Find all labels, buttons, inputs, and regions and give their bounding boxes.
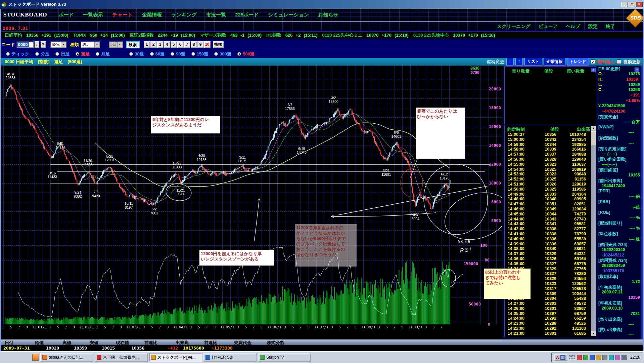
menu-item-1[interactable]: 一覧表示 — [83, 12, 103, 18]
close-button[interactable]: × — [636, 2, 643, 7]
taskbar-button-3[interactable]: HYPER SBI — [203, 353, 257, 362]
scrollbar-thumb[interactable] — [591, 131, 596, 146]
page-button-3[interactable]: 3 — [157, 41, 164, 48]
sub-menu-item-3[interactable]: 設定 — [588, 24, 598, 30]
trade-row[interactable]: 14:51:0010326128619 — [505, 182, 589, 187]
menu-item-5[interactable]: 市況一覧 — [206, 12, 226, 18]
trade-row[interactable]: 14:55:0010323110637 — [505, 162, 589, 167]
trade-row[interactable]: 14:47:001035182851 — [505, 202, 589, 207]
period-日足[interactable]: 日足 — [55, 51, 70, 57]
trade-row[interactable]: 14:42:001033882777 — [505, 227, 589, 232]
trade-row[interactable]: 14:41:001033878790 — [505, 232, 589, 237]
trade-row[interactable]: 14:35:001032768775 — [505, 261, 589, 267]
period-500週[interactable]: 500週 — [237, 51, 255, 57]
scroll-down-icon[interactable]: ▼ — [591, 331, 596, 336]
page-button-5[interactable]: 5 — [171, 41, 177, 48]
taskbar-button-2[interactable]: ストックボード[Ve... — [149, 353, 202, 362]
tray-icon-4[interactable] — [602, 355, 607, 360]
page-button-6[interactable]: 6 — [177, 41, 184, 48]
tray-icon-3[interactable] — [596, 355, 601, 360]
maximize-button[interactable]: □ — [629, 2, 635, 7]
type-select[interactable]: 週足▼ — [81, 41, 100, 48]
page-button-8[interactable]: 8 — [191, 41, 197, 48]
minimize-button[interactable]: _ — [621, 2, 628, 7]
taskbar-button-0[interactable]: blibaaさんの日記... — [40, 353, 93, 362]
status-button-2[interactable]: リスト — [524, 58, 542, 66]
trade-row[interactable]: 14:52:001032581156 — [505, 177, 589, 182]
trade-row[interactable]: 14:36:001032669164 — [505, 256, 589, 261]
sub-menu-item-0[interactable]: スクリーニング — [497, 24, 531, 30]
trade-row[interactable]: 14:40:001033655538 — [505, 237, 589, 242]
trade-row[interactable]: 14:45:001034474279 — [505, 212, 589, 217]
scroll-up-icon[interactable]: ▲ — [591, 126, 596, 131]
trade-row[interactable]: 14:54:0010325108919 — [505, 167, 589, 172]
ime-language-bar[interactable]: A 般 — [554, 354, 567, 361]
trades-scrollbar[interactable]: ▲ ▼ — [591, 126, 596, 336]
tray-icon-5[interactable] — [609, 355, 614, 360]
tray-icon-1[interactable] — [583, 355, 588, 360]
period-分足[interactable]: 分足 — [35, 51, 49, 57]
sub-menu-item-1[interactable]: ビューア — [539, 24, 558, 30]
trade-row[interactable]: 14:25:001029768759 — [505, 311, 589, 316]
trade-row[interactable]: 14:48:001034889905 — [505, 197, 589, 202]
trade-row[interactable]: 14:39:001033669857 — [505, 242, 589, 247]
ex-rights-checkbox[interactable]: ✓ — [591, 59, 595, 64]
trade-row[interactable]: 14:46:0010349120034 — [505, 207, 589, 212]
status-button-3[interactable]: 企業情報 — [544, 58, 565, 66]
menu-item-0[interactable]: ボード — [59, 12, 74, 18]
trade-row[interactable]: 15:00:37103561010748 — [505, 132, 589, 137]
priority-select[interactable]: 優先▼ — [50, 41, 66, 48]
code-input[interactable]: 0000 — [16, 41, 34, 48]
trade-row[interactable]: 14:27:001030349572 — [505, 301, 589, 306]
trade-row[interactable]: 14:26:001030183867 — [505, 306, 589, 311]
period-ティック[interactable]: ティック — [6, 51, 29, 57]
trade-row[interactable]: 14:38:001034088621 — [505, 246, 589, 251]
status-button-4[interactable]: トレンド — [567, 58, 589, 66]
indicator-button[interactable]: 指標 — [213, 41, 224, 48]
trade-row[interactable]: 14:43:001034195581 — [505, 221, 589, 227]
status-button-0[interactable]: ↓ — [506, 58, 514, 66]
period-月足[interactable]: 月足 — [96, 51, 110, 57]
page-button-9[interactable]: 9 — [197, 41, 204, 48]
tray-icon-6[interactable] — [615, 355, 620, 360]
trade-row[interactable]: 14:56:0010328129040 — [505, 157, 589, 162]
sub-menu-item-2[interactable]: ヘルプ — [566, 24, 580, 30]
menu-item-4[interactable]: ランキング — [171, 12, 197, 18]
sub-menu-item-4[interactable]: 終了 — [606, 24, 615, 30]
period-90週[interactable]: 90週 — [171, 51, 185, 57]
menu-item-3[interactable]: 企業情報 — [142, 12, 162, 18]
price-chart-canvas[interactable] — [0, 66, 504, 334]
trade-row[interactable]: 14:57:0010337184088 — [505, 152, 589, 157]
taskbar-button-4[interactable]: StationTV — [258, 353, 311, 362]
trade-row[interactable]: 14:44:001034367743 — [505, 217, 589, 222]
trade-row[interactable]: 15:00:0010342234354 — [505, 137, 589, 142]
trade-row[interactable]: 14:23:001028848526 — [505, 321, 589, 326]
trade-row[interactable]: 14:24:001029266259 — [505, 316, 589, 321]
period-150週[interactable]: 150週 — [191, 51, 209, 57]
help-button[interactable]: ? — [41, 41, 46, 48]
trade-row[interactable]: 14:21:001030161685 — [505, 331, 589, 336]
trade-row[interactable]: 14:59:0010344192885 — [505, 142, 589, 147]
page-button-7[interactable]: 7 — [184, 41, 190, 48]
menu-item-7[interactable]: シミュレーション — [268, 12, 309, 18]
page-button-4[interactable]: 4 — [164, 41, 170, 48]
menu-item-2[interactable]: チャート — [112, 12, 133, 18]
quick-launch-icon[interactable] — [32, 354, 39, 361]
stats-close-icon[interactable]: × — [635, 68, 639, 72]
trade-row[interactable]: 14:37:001032964331 — [505, 251, 589, 256]
taskbar-button-1[interactable]: 米下院、低燃費車... — [95, 353, 148, 362]
menu-item-8[interactable]: お知らせ — [318, 12, 338, 18]
tray-icon-0[interactable] — [577, 355, 582, 360]
auto-update-checkbox[interactable] — [617, 59, 621, 64]
page-button-1[interactable]: 1 — [144, 41, 150, 48]
trade-row[interactable]: 14:50:0010325119586 — [505, 187, 589, 192]
period-60週[interactable]: 60週 — [150, 51, 165, 57]
trade-row[interactable]: 14:49:0010333204304 — [505, 192, 589, 197]
tray-icon-7[interactable] — [622, 355, 627, 360]
trade-row[interactable]: 14:53:001032398648 — [505, 172, 589, 177]
trade-row[interactable]: 14:22:0010292131103 — [505, 326, 589, 331]
search-button[interactable]: 検索 — [126, 41, 140, 48]
status-button-1[interactable]: ↑ — [515, 58, 523, 66]
period-週足[interactable]: 週足 — [76, 51, 90, 57]
menu-item-6[interactable]: 225ボード — [235, 12, 259, 18]
